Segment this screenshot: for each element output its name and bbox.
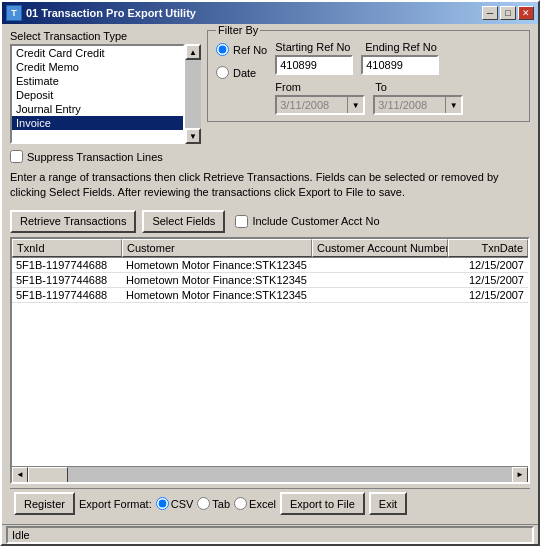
include-acct-checkbox-label[interactable]: Include Customer Acct No <box>235 215 379 228</box>
scroll-left-btn[interactable]: ◄ <box>12 467 28 483</box>
data-table-container: TxnId Customer Customer Account Number T… <box>10 237 530 484</box>
listbox-item-journalentry[interactable]: Journal Entry <box>12 102 183 116</box>
include-acct-label: Include Customer Acct No <box>252 215 379 227</box>
from-date-wrapper[interactable]: ▼ <box>275 95 365 115</box>
col-header-txnid: TxnId <box>12 239 122 257</box>
from-date-input[interactable] <box>277 98 347 112</box>
listbox-item-invoice[interactable]: Invoice <box>12 116 183 130</box>
suppress-label: Suppress Transaction Lines <box>27 151 163 163</box>
listbox-item-estimate[interactable]: Estimate <box>12 74 183 88</box>
radio-refno-input[interactable] <box>216 43 229 56</box>
transaction-type-label: Select Transaction Type <box>10 30 201 42</box>
to-date-wrapper[interactable]: ▼ <box>373 95 463 115</box>
table-header: TxnId Customer Customer Account Number T… <box>12 239 528 258</box>
close-button[interactable]: ✕ <box>518 6 534 20</box>
listbox-item-creditmemo[interactable]: Credit Memo <box>12 60 183 74</box>
scroll-thumb[interactable] <box>28 467 68 483</box>
format-tab-label[interactable]: Tab <box>197 497 230 510</box>
cell-txnid-0: 5F1B-1197744688 <box>12 258 122 272</box>
starting-ref-label: Starting Ref No <box>275 41 357 53</box>
cell-account-0 <box>312 258 448 272</box>
cell-account-1 <box>312 273 448 287</box>
to-date-input[interactable] <box>375 98 445 112</box>
suppress-checkbox[interactable] <box>10 150 23 163</box>
horizontal-scrollbar[interactable]: ◄ ► <box>12 466 528 482</box>
col-header-date: TxnDate <box>448 239 528 257</box>
col-header-account: Customer Account Number <box>312 239 448 257</box>
format-tab-radio[interactable] <box>197 497 210 510</box>
window-icon: T <box>6 5 22 21</box>
export-to-file-button[interactable]: Export to File <box>280 492 365 515</box>
listbox-scroll-down[interactable]: ▼ <box>185 128 201 144</box>
export-format-label: Export Format: <box>79 498 152 510</box>
ending-ref-label: Ending Ref No <box>365 41 447 53</box>
main-window: T 01 Transaction Pro Export Utility ─ □ … <box>0 0 540 546</box>
radio-date-input[interactable] <box>216 66 229 79</box>
format-csv-radio[interactable] <box>156 497 169 510</box>
table-row[interactable]: 5F1B-1197744688 Hometown Motor Finance:S… <box>12 273 528 288</box>
title-bar: T 01 Transaction Pro Export Utility ─ □ … <box>2 2 538 24</box>
minimize-button[interactable]: ─ <box>482 6 498 20</box>
toolbar-row: Retrieve Transactions Select Fields Incl… <box>10 210 530 233</box>
exit-button[interactable]: Exit <box>369 492 407 515</box>
transaction-type-listbox[interactable]: Credit Card Credit Credit Memo Estimate … <box>10 44 185 144</box>
date-row: From To ▼ ▼ <box>275 81 521 115</box>
window-title: 01 Transaction Pro Export Utility <box>26 7 478 19</box>
include-acct-checkbox[interactable] <box>235 215 248 228</box>
starting-ref-input[interactable] <box>275 55 353 75</box>
table-row[interactable]: 5F1B-1197744688 Hometown Motor Finance:S… <box>12 288 528 303</box>
format-csv-text: CSV <box>171 498 194 510</box>
bottom-bar: Register Export Format: CSV Tab Excel Ex… <box>10 488 530 518</box>
format-tab-text: Tab <box>212 498 230 510</box>
cell-date-0: 12/15/2007 <box>448 258 528 272</box>
filter-inputs-section: Starting Ref No Ending Ref No From <box>275 41 521 115</box>
info-text: Enter a range of transactions then click… <box>10 167 530 204</box>
scroll-right-btn[interactable]: ► <box>512 467 528 483</box>
select-fields-button[interactable]: Select Fields <box>142 210 225 233</box>
top-section: Select Transaction Type Credit Card Cred… <box>10 30 530 144</box>
ref-row: Starting Ref No Ending Ref No <box>275 41 521 75</box>
table-body[interactable]: 5F1B-1197744688 Hometown Motor Finance:S… <box>12 258 528 466</box>
listbox-item-deposit[interactable]: Deposit <box>12 88 183 102</box>
cell-customer-1: Hometown Motor Finance:STK12345 <box>122 273 312 287</box>
maximize-button[interactable]: □ <box>500 6 516 20</box>
cell-account-2 <box>312 288 448 302</box>
cell-customer-0: Hometown Motor Finance:STK12345 <box>122 258 312 272</box>
cell-date-1: 12/15/2007 <box>448 273 528 287</box>
cell-customer-2: Hometown Motor Finance:STK12345 <box>122 288 312 302</box>
col-header-customer: Customer <box>122 239 312 257</box>
filter-radio-group: Ref No Date <box>216 43 267 79</box>
status-bar: Idle <box>2 524 538 544</box>
suppress-checkbox-label[interactable]: Suppress Transaction Lines <box>10 150 163 163</box>
cell-date-2: 12/15/2007 <box>448 288 528 302</box>
format-excel-radio[interactable] <box>234 497 247 510</box>
listbox-item-creditcardcredit[interactable]: Credit Card Credit <box>12 46 183 60</box>
table-row[interactable]: 5F1B-1197744688 Hometown Motor Finance:S… <box>12 258 528 273</box>
register-button[interactable]: Register <box>14 492 75 515</box>
to-label: To <box>375 81 467 93</box>
to-date-dropdown-btn[interactable]: ▼ <box>445 97 461 113</box>
radio-refno[interactable]: Ref No <box>216 43 267 56</box>
ending-ref-input[interactable] <box>361 55 439 75</box>
listbox-scroll-up[interactable]: ▲ <box>185 44 201 60</box>
status-text: Idle <box>6 526 534 544</box>
from-label: From <box>275 81 367 93</box>
scroll-track[interactable] <box>28 467 512 483</box>
format-csv-label[interactable]: CSV <box>156 497 194 510</box>
suppress-row: Suppress Transaction Lines <box>10 150 530 163</box>
filter-by-group: Filter By Ref No Date <box>207 30 530 122</box>
cell-txnid-1: 5F1B-1197744688 <box>12 273 122 287</box>
retrieve-transactions-button[interactable]: Retrieve Transactions <box>10 210 136 233</box>
format-excel-label[interactable]: Excel <box>234 497 276 510</box>
filter-by-legend: Filter By <box>216 24 260 36</box>
format-excel-text: Excel <box>249 498 276 510</box>
title-buttons: ─ □ ✕ <box>482 6 534 20</box>
from-date-dropdown-btn[interactable]: ▼ <box>347 97 363 113</box>
cell-txnid-2: 5F1B-1197744688 <box>12 288 122 302</box>
transaction-type-group: Select Transaction Type Credit Card Cred… <box>10 30 201 144</box>
radio-date[interactable]: Date <box>216 66 267 79</box>
content-area: Select Transaction Type Credit Card Cred… <box>2 24 538 524</box>
